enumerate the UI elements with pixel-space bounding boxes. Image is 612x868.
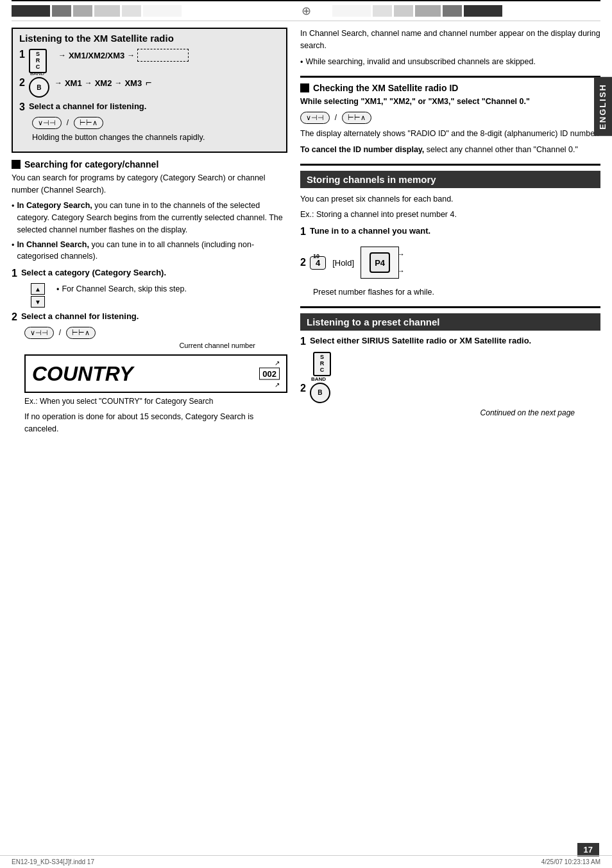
src-button-1[interactable]: S R C: [29, 49, 47, 73]
cat-step-1-number: 1: [12, 268, 17, 279]
seek-prev-button[interactable]: ∨⊣⊣: [32, 117, 62, 129]
header-block-r5: [443, 5, 462, 17]
header-block-5: [122, 5, 141, 17]
storing-step-2-number: 2: [300, 257, 306, 268]
preset-button[interactable]: 10 4: [310, 256, 326, 270]
step-3-number: 3: [19, 101, 25, 113]
header-block-r6: [464, 5, 502, 17]
listening-step-2-row: 2 BAND B: [300, 383, 600, 403]
down-button[interactable]: ▼: [31, 296, 45, 308]
xm-arrow-row: → XM1/XM2/XM3 →: [58, 49, 189, 62]
header-block-4: [94, 5, 120, 17]
left-column: Listening to the XM Satellite radio 1 S …: [12, 28, 287, 439]
seek-controls-checking: ∨⊣⊣ / ⊢⊢∧: [300, 112, 600, 124]
seek-next-button-2[interactable]: ⊢⊢∧: [66, 327, 96, 339]
header-bar: ⊕: [12, 0, 600, 21]
band-button-wrapper: BAND B: [29, 77, 49, 98]
storing-body1: You can preset six channels for each ban…: [300, 193, 600, 205]
seek-controls: ∨⊣⊣ / ⊢⊢∧: [32, 117, 280, 129]
display-screen: COUNTRY ↗ 002 ↗: [24, 354, 287, 393]
band-button-2-wrapper: BAND B: [310, 383, 330, 403]
black-square-icon: [12, 160, 21, 169]
black-square-2: [300, 83, 309, 92]
cancel-text: To cancel the ID number display, select …: [300, 144, 600, 156]
display-channel-box: ↗ 002 ↗: [259, 360, 280, 388]
bullet-skipped: • While searching, invalid and unsubscri…: [300, 56, 600, 69]
header-block-r3: [394, 5, 413, 17]
header-block-6: [143, 5, 182, 17]
step-1-number: 1: [19, 49, 25, 60]
continued-text: Continued on the next page: [300, 408, 575, 417]
header-block-3: [73, 5, 92, 17]
listening-xm-section: Listening to the XM Satellite radio 1 S …: [12, 28, 287, 153]
header-block-r1: [332, 5, 371, 17]
cat-step-1-detail: ▲ ▼ • For Channel Search, skip this step…: [24, 283, 287, 308]
header-bar-right: [332, 5, 600, 17]
cat-step-2-row: 2 Select a channel for listening.: [12, 311, 287, 323]
band-button[interactable]: B: [29, 77, 49, 98]
header-block-1: [12, 5, 50, 17]
english-sidebar: ENGLISH: [594, 77, 612, 136]
hold-label: [Hold]: [332, 258, 354, 268]
cat-step-2-label: Select a channel for listening.: [21, 311, 139, 321]
step-3-row: 3 Select a channel for listening.: [19, 101, 280, 113]
storing-step-2-row: 2 10 4 [Hold] → P4 →: [300, 243, 600, 282]
preset-screen-area: → P4 →: [361, 247, 399, 279]
cat-step-1-row: 1 Select a category (Category Search).: [12, 268, 287, 279]
crosshair-icon: ⊕: [299, 4, 313, 18]
preset-superscript: 10: [313, 253, 319, 259]
listening-step-2-number: 2: [300, 383, 306, 394]
cat-step-1-label: Select a category (Category Search).: [21, 268, 166, 277]
step-2-row: 2 BAND B → XM1 → XM2 → XM3 ⌐: [19, 77, 280, 98]
band-label-2: BAND: [311, 376, 326, 382]
right-column: In Channel Search, channel name and chan…: [300, 28, 600, 439]
searching-section: Searching for category/channel You can s…: [12, 159, 287, 435]
display-country-text: COUNTRY: [32, 362, 133, 386]
storing-step-1-row: 1 Tune in to a channel you want.: [300, 226, 600, 238]
divider-1: [300, 76, 600, 78]
preset-flashes-text: Preset number flashes for a while.: [313, 286, 600, 299]
dashed-indicator: [137, 49, 189, 62]
up-button[interactable]: ▲: [31, 283, 45, 295]
footer-left: EN12-19_KD-S34[J]f.indd 17: [12, 858, 94, 865]
channel-number: 002: [259, 368, 280, 380]
searching-title: Searching for category/channel: [12, 159, 287, 169]
bullet-category-search: • In Category Search, you can tune in to…: [12, 200, 287, 236]
divider-3: [300, 306, 600, 308]
step-3-label: Select a channel for listening.: [29, 101, 147, 111]
storing-title: Storing channels in memory: [300, 171, 600, 188]
preset-display: → P4 →: [361, 247, 399, 279]
main-content: Listening to the XM Satellite radio 1 S …: [0, 21, 612, 439]
seek-next-button[interactable]: ⊢⊢∧: [74, 117, 103, 129]
src-button-2[interactable]: S R C: [313, 352, 331, 376]
storing-step-1-number: 1: [300, 226, 306, 238]
listening-step-1-number: 1: [300, 336, 306, 347]
display-area: Current channel number COUNTRY ↗ 002 ↗ E…: [24, 342, 287, 435]
footer: EN12-19_KD-S34[J]f.indd 17 4/25/07 10:23…: [0, 855, 612, 868]
page-number: 17: [577, 843, 599, 856]
header-bar-left: [12, 5, 280, 17]
header-block-r4: [415, 5, 441, 17]
storing-step-2-detail: 10 4 [Hold] → P4 →: [310, 247, 399, 279]
xm-sequence: → XM1 → XM2 → XM3 ⌐: [55, 77, 152, 89]
updown-controls: ▲ ▼: [31, 283, 45, 308]
band-button-2[interactable]: B: [310, 383, 330, 403]
no-operation-text: If no operation is done for about 15 sec…: [24, 411, 287, 435]
checking-subtitle: While selecting "XM1," "XM2," or "XM3," …: [300, 96, 600, 108]
bullet-channel-search: • In Channel Search, you can tune in to …: [12, 239, 287, 263]
step-1-row: 1 S R C → XM1/XM2/XM3 →: [19, 49, 280, 73]
seek-prev-button-3[interactable]: ∨⊣⊣: [300, 112, 330, 124]
seek-next-button-3[interactable]: ⊢⊢∧: [342, 112, 371, 124]
cat-step-2-number: 2: [12, 311, 17, 323]
listening-preset-title: Listening to a preset channel: [300, 313, 600, 331]
listening-xm-title: Listening to the XM Satellite radio: [19, 33, 280, 44]
current-channel-label: Current channel number: [24, 342, 255, 349]
p4-badge: P4: [370, 252, 390, 273]
searching-body: You can search for programs by category …: [12, 172, 287, 196]
ex-text: Ex.: When you select "COUNTRY" for Categ…: [24, 395, 287, 407]
seek-prev-button-2[interactable]: ∨⊣⊣: [24, 327, 54, 339]
search-body: In Channel Search, channel name and chan…: [300, 28, 600, 52]
listening-step-1-label: Select either SIRIUS Satellite radio or …: [310, 336, 531, 345]
header-block-r2: [373, 5, 392, 17]
storing-step-1-label: Tune in to a channel you want.: [310, 226, 430, 236]
